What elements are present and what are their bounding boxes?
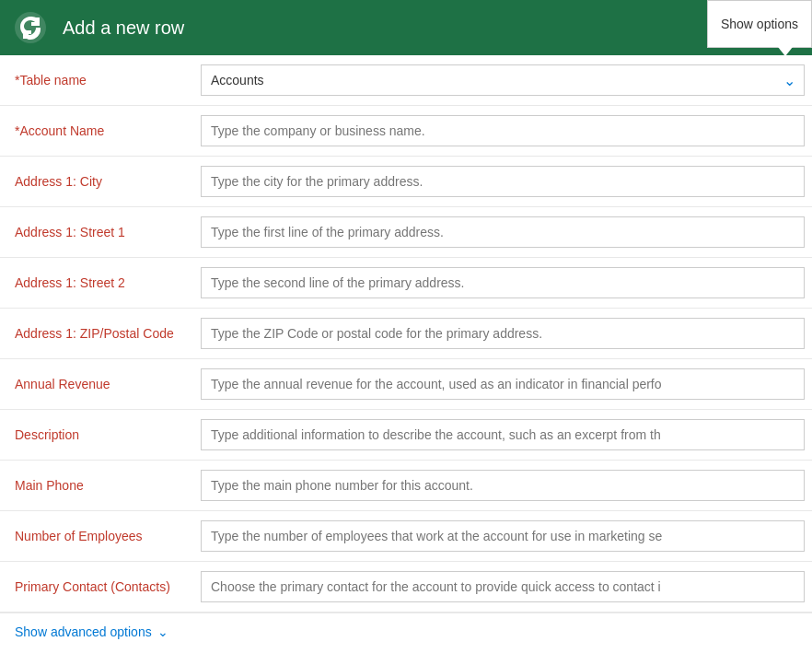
table-name-select[interactable]: Accounts Contacts Leads (201, 64, 805, 96)
label-text-num-employees: Number of Employees (15, 529, 143, 543)
show-options-button[interactable]: Show options (707, 0, 812, 48)
input-wrap-address-street2 (193, 258, 812, 308)
input-num-employees[interactable] (201, 520, 805, 552)
label-num-employees: Number of Employees (0, 511, 193, 561)
app-container: Add a new row Show options * Table name … (0, 0, 812, 650)
input-annual-revenue[interactable] (201, 368, 805, 400)
show-advanced-button[interactable]: Show advanced options ⌄ (15, 624, 168, 639)
label-main-phone: Main Phone (0, 461, 193, 510)
label-annual-revenue: Annual Revenue (0, 359, 193, 409)
field-row-description: Description (0, 410, 812, 461)
input-address-street2[interactable] (201, 267, 805, 298)
input-wrap-primary-contact (193, 562, 812, 612)
field-row-annual-revenue: Annual Revenue (0, 359, 812, 410)
label-primary-contact: Primary Contact (Contacts) (0, 562, 193, 612)
label-text-address-zip: Address 1: ZIP/Postal Code (15, 326, 174, 341)
label-address-zip: Address 1: ZIP/Postal Code (0, 309, 193, 358)
input-address-city[interactable] (201, 166, 805, 197)
input-wrap-description (193, 410, 812, 460)
show-advanced-label: Show advanced options (15, 624, 152, 639)
field-row-address-street1: Address 1: Street 1 (0, 207, 812, 258)
footer: Show advanced options ⌄ (0, 612, 812, 650)
table-name-label-text: Table name (19, 73, 86, 88)
input-wrap-address-zip (193, 309, 812, 358)
input-wrap-account-name (193, 106, 812, 156)
app-logo (11, 8, 50, 47)
input-wrap-address-city (193, 157, 812, 206)
input-wrap-annual-revenue (193, 359, 812, 409)
label-text-address-city: Address 1: City (15, 174, 102, 189)
header: Add a new row Show options (0, 0, 812, 55)
input-main-phone[interactable] (201, 470, 805, 501)
label-address-street1: Address 1: Street 1 (0, 207, 193, 257)
fields-container: * Account NameAddress 1: CityAddress 1: … (0, 106, 812, 612)
input-address-zip[interactable] (201, 318, 805, 349)
label-text-main-phone: Main Phone (15, 478, 84, 493)
input-wrap-main-phone (193, 461, 812, 510)
label-address-city: Address 1: City (0, 157, 193, 206)
field-row-main-phone: Main Phone (0, 461, 812, 511)
input-account-name[interactable] (201, 115, 805, 146)
field-row-num-employees: Number of Employees (0, 511, 812, 562)
label-text-description: Description (15, 427, 79, 442)
label-text-account-name: Account Name (19, 123, 104, 138)
page-title: Add a new row (63, 18, 184, 39)
label-text-address-street1: Address 1: Street 1 (15, 225, 125, 239)
field-row-account-name: * Account Name (0, 106, 812, 157)
input-description[interactable] (201, 419, 805, 450)
label-description: Description (0, 410, 193, 460)
field-row-address-zip: Address 1: ZIP/Postal Code (0, 309, 812, 359)
table-name-input-wrap: Accounts Contacts Leads ⌄ (193, 55, 812, 105)
label-text-annual-revenue: Annual Revenue (15, 377, 110, 391)
label-address-street2: Address 1: Street 2 (0, 258, 193, 308)
label-text-primary-contact: Primary Contact (Contacts) (15, 579, 170, 594)
label-text-address-street2: Address 1: Street 2 (15, 275, 125, 290)
logo-icon (14, 11, 47, 44)
chevron-down-icon: ⌄ (157, 624, 168, 639)
input-primary-contact[interactable] (201, 571, 805, 602)
field-row-address-street2: Address 1: Street 2 (0, 258, 812, 309)
label-account-name: * Account Name (0, 106, 193, 156)
table-name-row: * Table name Accounts Contacts Leads ⌄ (0, 55, 812, 106)
input-address-street1[interactable] (201, 216, 805, 248)
table-name-label: * Table name (0, 55, 193, 105)
input-wrap-num-employees (193, 511, 812, 561)
field-row-address-city: Address 1: City (0, 157, 812, 207)
table-name-select-wrap: Accounts Contacts Leads ⌄ (201, 64, 805, 96)
form-content: * Table name Accounts Contacts Leads ⌄ *… (0, 55, 812, 612)
field-row-primary-contact: Primary Contact (Contacts) (0, 562, 812, 612)
input-wrap-address-street1 (193, 207, 812, 257)
